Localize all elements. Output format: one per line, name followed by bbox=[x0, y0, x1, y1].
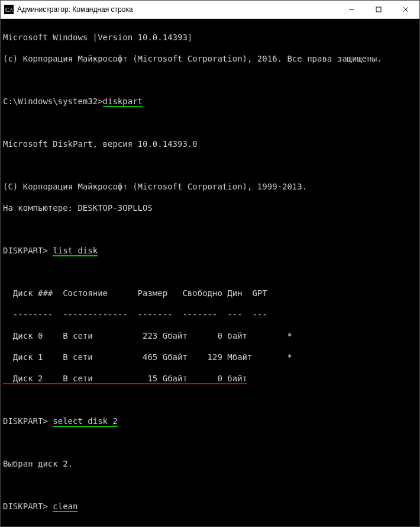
highlighted-row-disk2: Диск 2 В сети 15 Gбайт 0 байт bbox=[3, 374, 247, 384]
cmd-select-disk: select disk 2 bbox=[53, 416, 118, 427]
diskpart-prompt: DISKPART> bbox=[3, 416, 53, 426]
maximize-button[interactable] bbox=[365, 1, 392, 18]
diskpart-prompt: DISKPART> bbox=[3, 246, 53, 255]
cmd-list-disk: list disk bbox=[53, 246, 98, 256]
window-title: Администратор: Командная строка bbox=[17, 5, 133, 14]
terminal-area[interactable]: Microsoft Windows [Version 10.0.14393] (… bbox=[1, 19, 419, 526]
diskpart-prompt: DISKPART> bbox=[3, 502, 53, 511]
prompt-select-disk: DISKPART> select disk 2 bbox=[3, 416, 417, 426]
table-row: Диск 2 В сети 15 Gбайт 0 байт bbox=[3, 373, 417, 384]
diskpart-computer: На компьютере: DESKTOP-3OPLLOS bbox=[3, 203, 417, 213]
prompt-diskpart: C:\Windows\system32>diskpart bbox=[3, 96, 417, 107]
cmd-icon: C:\ bbox=[4, 5, 14, 14]
svg-text:C:\: C:\ bbox=[5, 7, 12, 13]
command-prompt-window: C:\ Администратор: Командная строка Micr… bbox=[0, 0, 420, 527]
table-row: Диск 1 В сети 465 Gбайт 129 Мбайт * bbox=[3, 352, 417, 362]
diskpart-version: Microsoft DiskPart, версия 10.0.14393.0 bbox=[3, 139, 417, 149]
prompt-list-disk: DISKPART> list disk bbox=[3, 245, 417, 256]
svg-rect-3 bbox=[376, 7, 381, 12]
table-rule: -------- ------------- ------- ------- -… bbox=[3, 309, 417, 320]
diskpart-copyright: (C) Корпорация Майкрософт (Microsoft Cor… bbox=[3, 181, 417, 192]
minimize-button[interactable] bbox=[338, 1, 365, 18]
header-line-2: (c) Корпорация Майкрософт (Microsoft Cor… bbox=[3, 53, 417, 64]
cmd-diskpart: diskpart bbox=[103, 97, 143, 107]
header-line-1: Microsoft Windows [Version 10.0.14393] bbox=[3, 32, 417, 43]
table-head: Диск ### Состояние Размер Свободно Дин G… bbox=[3, 288, 417, 298]
prompt-clean: DISKPART> clean bbox=[3, 501, 417, 512]
titlebar-left: C:\ Администратор: Командная строка bbox=[1, 5, 133, 14]
titlebar: C:\ Администратор: Командная строка bbox=[1, 1, 419, 19]
table-row: Диск 0 В сети 223 Gбайт 0 байт * bbox=[3, 330, 417, 341]
msg-select-disk: Выбран диск 2. bbox=[3, 458, 417, 469]
window-controls bbox=[338, 1, 419, 18]
close-button[interactable] bbox=[392, 1, 419, 18]
prompt-prefix: C:\Windows\system32> bbox=[3, 97, 103, 106]
cmd-clean: clean bbox=[53, 502, 77, 512]
